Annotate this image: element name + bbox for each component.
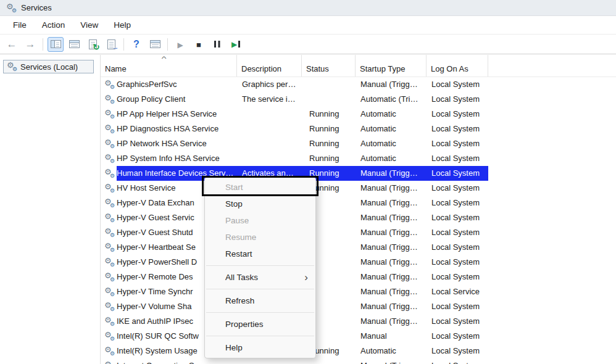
- table-row[interactable]: HP Network HSA Service Running Automatic…: [101, 136, 616, 151]
- cell-log-on-as: Local System: [427, 270, 488, 284]
- start-service-button[interactable]: [172, 37, 188, 52]
- column-header-status[interactable]: Status: [302, 55, 356, 77]
- column-header-log-on-as[interactable]: Log On As: [427, 55, 488, 77]
- forward-icon: [25, 39, 36, 49]
- menu-action[interactable]: Action: [40, 19, 68, 31]
- table-row[interactable]: GraphicsPerfSvc Graphics per… Manual (Tr…: [101, 77, 616, 92]
- export-list-button[interactable]: [103, 37, 119, 52]
- menu-item-stop[interactable]: Stop: [205, 196, 315, 212]
- cell-log-on-as: Local System: [427, 166, 488, 181]
- cell-name: HP Diagnostics HSA Service: [117, 122, 237, 136]
- menu-item-pause[interactable]: Pause: [205, 212, 315, 229]
- menu-help[interactable]: Help: [111, 19, 133, 31]
- menu-separator: [206, 336, 314, 336]
- table-row[interactable]: Hyper-V Remote Des Manual (Trigg… Local …: [101, 270, 616, 284]
- restart-service-icon: [231, 41, 240, 48]
- menu-item-restart[interactable]: Restart: [205, 246, 315, 262]
- table-row[interactable]: Hyper-V Data Exchan Manual (Trigg… Local…: [101, 196, 616, 210]
- toolbar-separator: [43, 38, 43, 51]
- service-gear-icon: [104, 302, 114, 312]
- services-node-icon: [7, 62, 17, 72]
- cell-log-on-as: Local Service: [427, 284, 488, 299]
- service-gear-icon: [104, 124, 114, 134]
- cell-startup-type: Manual: [356, 329, 427, 344]
- menu-item-label: Help: [225, 343, 243, 352]
- service-gear-icon: [104, 109, 114, 119]
- table-row[interactable]: IKE and AuthIP IPsec Manual (Trigg… Loca…: [101, 314, 616, 329]
- column-header-name[interactable]: Name: [101, 55, 237, 77]
- column-header-row: Name Description Status Startup Type Log…: [101, 55, 616, 77]
- cell-log-on-as: Local System: [427, 358, 488, 364]
- properties-window-icon: [150, 40, 160, 48]
- menu-item-all-tasks[interactable]: All Tasks: [205, 269, 315, 286]
- cell-status: Running: [302, 122, 356, 136]
- table-row[interactable]: Intel(R) SUR QC Softw Manual Local Syste…: [101, 329, 616, 344]
- menu-item-properties[interactable]: Properties: [205, 316, 315, 333]
- table-row[interactable]: HP System Info HSA Service Running Autom…: [101, 151, 616, 166]
- table-row[interactable]: Hyper-V Heartbeat Se Manual (Trigg… Loca…: [101, 240, 616, 255]
- export-list-icon: [107, 39, 115, 49]
- cell-startup-type: Manual (Trigg…: [356, 166, 427, 181]
- cell-name: HP App Helper HSA Service: [117, 107, 237, 122]
- menu-item-label: All Tasks: [225, 273, 258, 282]
- service-gear-icon: [104, 272, 114, 282]
- table-row[interactable]: Hyper-V Guest Shutd Manual (Trigg… Local…: [101, 225, 616, 240]
- console-tree-panel: Services (Local): [0, 55, 101, 364]
- pause-service-button[interactable]: [209, 37, 225, 52]
- menu-view[interactable]: View: [78, 19, 101, 31]
- cell-description: The service i…: [237, 92, 302, 107]
- action-pane-icon: [69, 40, 80, 48]
- menu-item-label: Resume: [225, 233, 256, 242]
- table-row[interactable]: Group Policy Client The service i… Autom…: [101, 92, 616, 107]
- table-row[interactable]: Hyper-V PowerShell D Manual (Trigg… Loca…: [101, 255, 616, 270]
- row-cells: Internet Connection S… Manual (Trigg… Lo…: [117, 358, 488, 364]
- table-row[interactable]: Hyper-V Volume Sha Manual (Trigg… Local …: [101, 299, 616, 314]
- show-hide-action-pane-button[interactable]: [66, 37, 82, 52]
- help-button[interactable]: [128, 37, 144, 52]
- cell-log-on-as: Local System: [427, 255, 488, 270]
- service-table-body: GraphicsPerfSvc Graphics per… Manual (Tr…: [101, 77, 616, 364]
- forward-button[interactable]: [22, 37, 38, 52]
- table-row[interactable]: Internet Connection S… Manual (Trigg… Lo…: [101, 358, 616, 364]
- properties-button[interactable]: [147, 37, 163, 52]
- menu-item-start[interactable]: Start: [205, 179, 315, 196]
- service-gear-icon: [104, 198, 114, 208]
- menu-item-resume[interactable]: Resume: [205, 229, 315, 246]
- sidebar-item-services-local[interactable]: Services (Local): [3, 60, 94, 73]
- menu-item-refresh[interactable]: Refresh: [205, 292, 315, 309]
- cell-startup-type: Automatic: [356, 344, 427, 358]
- table-row[interactable]: Human Interface Devices Serv… Activates …: [101, 166, 616, 181]
- restart-service-button[interactable]: [228, 37, 244, 52]
- table-row[interactable]: HP Diagnostics HSA Service Running Autom…: [101, 122, 616, 136]
- refresh-arrow-icon: [93, 43, 100, 51]
- menu-item-help[interactable]: Help: [205, 339, 315, 356]
- table-row[interactable]: Intel(R) System Usage Running Automatic …: [101, 344, 616, 358]
- menu-file[interactable]: File: [10, 19, 29, 31]
- table-row[interactable]: Hyper-V Guest Servic Manual (Trigg… Loca…: [101, 210, 616, 225]
- show-hide-console-tree-button[interactable]: [48, 37, 64, 52]
- cell-startup-type: Automatic (Tri…: [356, 92, 427, 107]
- service-gear-icon: [104, 168, 114, 178]
- cell-status: Running: [302, 136, 356, 151]
- cell-log-on-as: Local System: [427, 122, 488, 136]
- table-row[interactable]: HP App Helper HSA Service Running Automa…: [101, 107, 616, 122]
- cell-startup-type: Manual (Trigg…: [356, 77, 427, 92]
- service-gear-icon: [104, 316, 114, 326]
- table-row[interactable]: HV Host Service Running Manual (Trigg… L…: [101, 181, 616, 196]
- refresh-button[interactable]: [85, 37, 101, 52]
- start-service-icon: [177, 39, 183, 50]
- table-row[interactable]: Hyper-V Time Synchr Manual (Trigg… Local…: [101, 284, 616, 299]
- service-gear-icon: [104, 94, 114, 104]
- service-gear-icon: [104, 287, 114, 297]
- stop-service-button[interactable]: [191, 37, 207, 52]
- service-gear-icon: [104, 242, 114, 252]
- service-gear-icon: [104, 346, 114, 356]
- cell-log-on-as: Local System: [427, 314, 488, 329]
- column-header-description[interactable]: Description: [237, 55, 302, 77]
- toolbar: [0, 35, 616, 54]
- menu-separator: [206, 289, 314, 289]
- cell-log-on-as: Local System: [427, 92, 488, 107]
- column-header-startup-type[interactable]: Startup Type: [356, 55, 427, 77]
- back-button[interactable]: [4, 37, 20, 52]
- cell-startup-type: Automatic: [356, 136, 427, 151]
